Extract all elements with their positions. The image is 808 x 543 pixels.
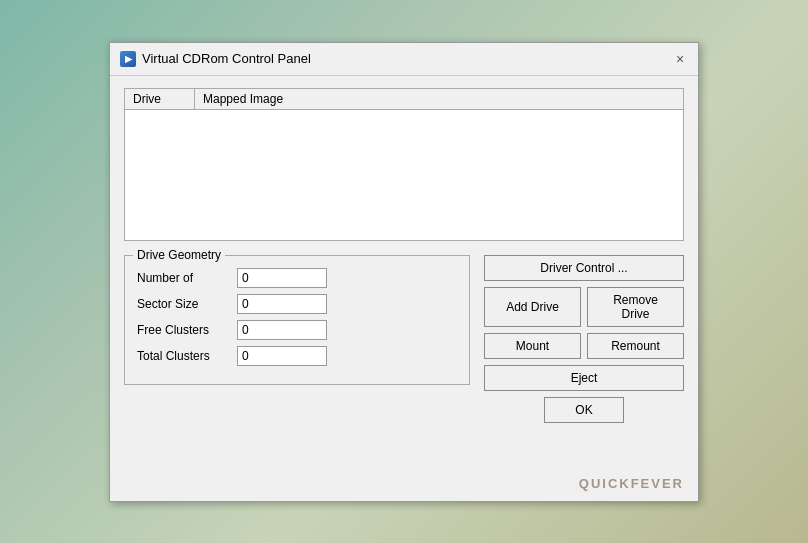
geometry-row-2: Free Clusters — [137, 320, 457, 340]
window-title: Virtual CDRom Control Panel — [142, 51, 311, 66]
geometry-value-1[interactable] — [237, 294, 327, 314]
drive-col-drive: Drive — [125, 89, 195, 109]
drive-list-header: Drive Mapped Image — [125, 89, 683, 110]
title-bar: ▶ Virtual CDRom Control Panel × — [110, 43, 698, 76]
remount-button[interactable]: Remount — [587, 333, 684, 359]
buttons-section: Driver Control ... Add Drive Remove Driv… — [484, 255, 684, 423]
add-remove-row: Add Drive Remove Drive — [484, 287, 684, 327]
eject-button[interactable]: Eject — [484, 365, 684, 391]
main-window: ▶ Virtual CDRom Control Panel × Drive Ma… — [109, 42, 699, 502]
add-drive-button[interactable]: Add Drive — [484, 287, 581, 327]
geometry-label-3: Total Clusters — [137, 349, 237, 363]
app-icon: ▶ — [120, 51, 136, 67]
bottom-section: Drive Geometry Number of Sector Size Fre… — [124, 255, 684, 423]
title-bar-left: ▶ Virtual CDRom Control Panel — [120, 51, 311, 67]
geometry-label-2: Free Clusters — [137, 323, 237, 337]
remove-drive-button[interactable]: Remove Drive — [587, 287, 684, 327]
driver-control-button[interactable]: Driver Control ... — [484, 255, 684, 281]
ok-button[interactable]: OK — [544, 397, 624, 423]
drive-list-container: Drive Mapped Image — [124, 88, 684, 241]
drive-list-body[interactable] — [125, 110, 683, 240]
eject-row: Eject — [484, 365, 684, 391]
watermark: QUICKFEVER — [579, 476, 684, 491]
geometry-value-2[interactable] — [237, 320, 327, 340]
mount-button[interactable]: Mount — [484, 333, 581, 359]
geometry-value-3[interactable] — [237, 346, 327, 366]
geometry-label-0: Number of — [137, 271, 237, 285]
geometry-legend: Drive Geometry — [133, 248, 225, 262]
geometry-label-1: Sector Size — [137, 297, 237, 311]
geometry-value-0[interactable] — [237, 268, 327, 288]
drive-col-mapped-image: Mapped Image — [195, 89, 683, 109]
geometry-group: Drive Geometry Number of Sector Size Fre… — [124, 255, 470, 385]
driver-control-row: Driver Control ... — [484, 255, 684, 281]
mount-remount-row: Mount Remount — [484, 333, 684, 359]
geometry-row-0: Number of — [137, 268, 457, 288]
geometry-row-3: Total Clusters — [137, 346, 457, 366]
content-area: Drive Mapped Image Drive Geometry Number… — [110, 76, 698, 435]
geometry-row-1: Sector Size — [137, 294, 457, 314]
ok-row: OK — [484, 397, 684, 423]
close-button[interactable]: × — [672, 51, 688, 67]
